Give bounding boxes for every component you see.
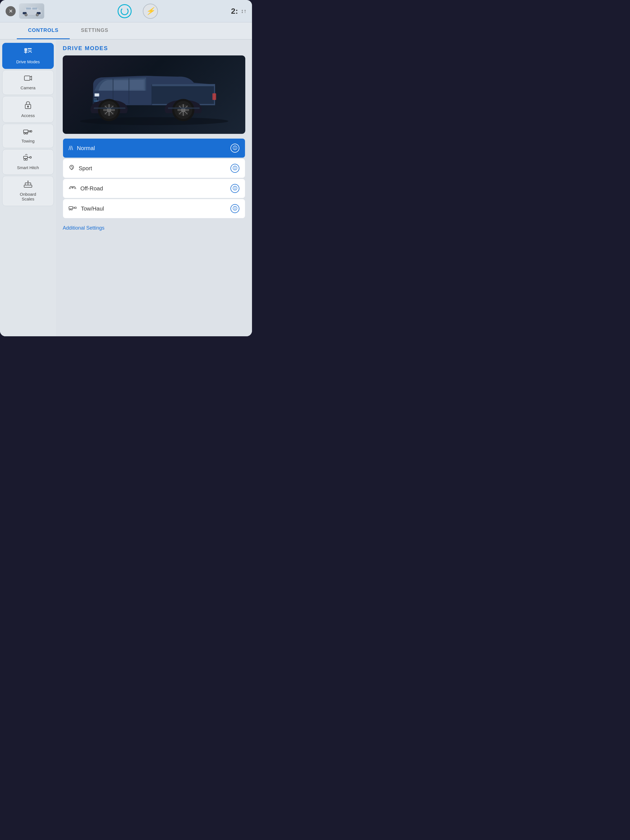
towhaul-mode-icon [69, 205, 77, 212]
offroad-info-button[interactable]: ⓘ [231, 184, 239, 193]
svg-point-34 [27, 181, 28, 182]
svg-rect-69 [69, 207, 73, 209]
towing-label: Towing [22, 139, 35, 144]
tab-bar: CONTROLS SETTINGS [0, 22, 252, 39]
svg-point-26 [30, 156, 32, 158]
car-thumbnail [19, 3, 44, 19]
sidebar: Drive Modes Camera [0, 39, 56, 336]
svg-rect-38 [130, 80, 144, 89]
sidebar-item-drive-modes[interactable]: Drive Modes [2, 43, 54, 69]
top-left-section: ✕ [6, 3, 44, 19]
alexa-ring [121, 7, 128, 15]
drive-mode-towhaul-left: Tow/Haul [69, 205, 104, 212]
signal-icon: ↕↑ [241, 8, 246, 14]
additional-settings-section: Additional Settings [63, 222, 245, 234]
normal-info-button[interactable]: ⓘ [231, 144, 239, 153]
svg-point-21 [30, 131, 32, 132]
bolt-icon: ⚡ [146, 7, 155, 16]
svg-point-27 [24, 159, 25, 160]
svg-rect-10 [24, 48, 27, 51]
svg-rect-12 [28, 50, 32, 51]
towhaul-info-button[interactable]: ⓘ [231, 204, 239, 213]
tab-settings[interactable]: SETTINGS [70, 22, 120, 39]
svg-rect-11 [28, 48, 32, 49]
drive-mode-sport[interactable]: Sport ⓘ [63, 158, 245, 178]
sport-mode-label: Sport [79, 165, 92, 172]
truck-image: FORD [72, 59, 236, 130]
screen-frame: ✕ [0, 0, 252, 336]
top-right-section: 2: ↕↑ [231, 7, 246, 16]
svg-rect-67 [93, 107, 125, 109]
drive-mode-offroad-left: Off-Road [69, 185, 103, 192]
onboard-scales-label: OnboardScales [20, 192, 36, 201]
alexa-icon[interactable] [118, 4, 132, 18]
svg-rect-66 [212, 93, 216, 100]
car-display: FORD [63, 55, 245, 134]
drive-mode-sport-left: Sport [69, 165, 92, 172]
offroad-mode-label: Off-Road [81, 185, 103, 192]
sidebar-item-onboard-scales[interactable]: OnboardScales [2, 176, 54, 206]
svg-point-7 [36, 14, 38, 16]
towhaul-mode-label: Tow/Haul [81, 205, 104, 212]
svg-point-5 [25, 14, 27, 16]
svg-rect-68 [168, 107, 200, 109]
normal-mode-label: Normal [77, 145, 95, 152]
additional-settings-link[interactable]: Additional Settings [63, 225, 104, 231]
drive-mode-tow-haul[interactable]: Tow/Haul ⓘ [63, 199, 245, 218]
svg-rect-49 [95, 94, 99, 96]
svg-rect-13 [24, 76, 30, 81]
normal-mode-icon: /i\ [69, 145, 73, 152]
camera-icon [24, 75, 32, 83]
svg-point-23 [26, 133, 28, 134]
drive-mode-normal[interactable]: /i\ Normal ⓘ [63, 138, 245, 158]
drive-mode-list: /i\ Normal ⓘ Sport [63, 138, 245, 218]
sidebar-item-access[interactable]: Access [2, 96, 54, 123]
content-area: DRIVE MODES [56, 39, 252, 336]
svg-point-22 [24, 133, 25, 134]
bolt-icon-container[interactable]: ⚡ [143, 4, 158, 19]
tab-controls[interactable]: CONTROLS [17, 22, 70, 39]
svg-point-74 [71, 208, 73, 210]
sidebar-item-towing[interactable]: Towing [2, 124, 54, 148]
svg-rect-29 [24, 185, 32, 187]
access-icon [24, 101, 32, 111]
drive-modes-label: Drive Modes [16, 59, 40, 64]
svg-point-73 [69, 208, 71, 210]
car-thumbnail-svg [21, 5, 43, 17]
drive-mode-normal-left: /i\ Normal [69, 145, 95, 152]
top-center-section: ⚡ [118, 4, 158, 19]
svg-marker-14 [30, 76, 32, 80]
camera-label: Camera [21, 85, 35, 90]
svg-point-28 [26, 159, 27, 160]
drive-modes-icon [24, 47, 32, 57]
offroad-mode-icon [69, 185, 76, 192]
drive-mode-off-road[interactable]: Off-Road ⓘ [63, 178, 245, 198]
smart-hitch-label: Smart Hitch [17, 165, 39, 170]
top-bar: ✕ [0, 0, 252, 22]
svg-rect-24 [24, 156, 27, 158]
onboard-scales-icon [24, 181, 32, 189]
main-content: Drive Modes Camera [0, 39, 252, 336]
smart-hitch-icon [23, 154, 33, 163]
access-label: Access [21, 113, 35, 118]
sport-mode-icon [69, 165, 75, 172]
sport-info-button[interactable]: ⓘ [231, 164, 239, 173]
section-title: DRIVE MODES [63, 45, 245, 52]
svg-rect-9 [32, 8, 37, 9]
time-display: 2: [231, 7, 238, 16]
towing-icon [23, 128, 33, 136]
sidebar-item-smart-hitch[interactable]: Smart Hitch [2, 149, 54, 175]
svg-point-16 [27, 106, 29, 107]
svg-rect-37 [114, 81, 128, 89]
sidebar-item-camera[interactable]: Camera [2, 70, 54, 95]
svg-rect-8 [26, 8, 31, 9]
close-button[interactable]: ✕ [6, 6, 16, 16]
svg-rect-41 [152, 84, 214, 86]
